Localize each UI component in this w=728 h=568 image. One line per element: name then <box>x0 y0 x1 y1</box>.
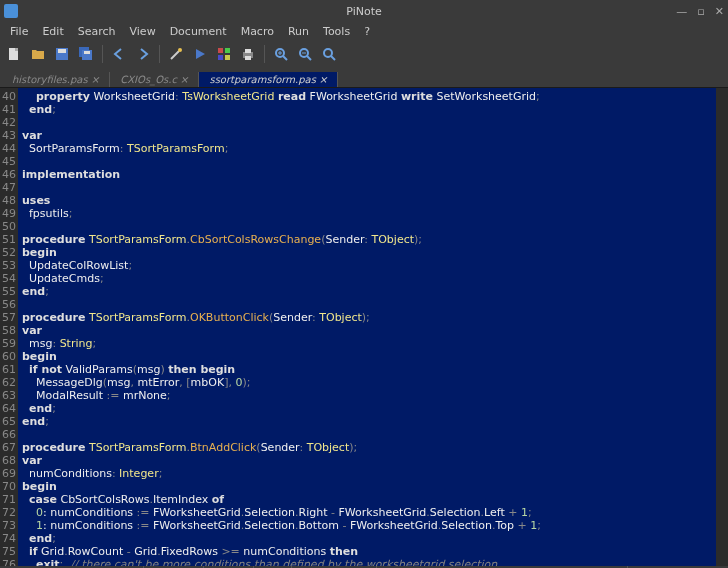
save-icon[interactable] <box>52 44 72 64</box>
tab-2[interactable]: ssortparamsform.pas × <box>199 72 338 87</box>
tab-0[interactable]: historyfiles.pas × <box>2 72 110 87</box>
menu-macro[interactable]: Macro <box>235 25 280 38</box>
run-icon[interactable] <box>190 44 210 64</box>
palette-icon[interactable] <box>214 44 234 64</box>
wand-icon[interactable] <box>166 44 186 64</box>
code-area[interactable]: property WorksheetGrid: TsWorksheetGrid … <box>18 88 716 566</box>
minimize-button[interactable]: — <box>676 5 687 18</box>
close-button[interactable]: ✕ <box>715 5 724 18</box>
tabbar: historyfiles.pas ×CXIOs_Os.c ×ssortparam… <box>0 68 728 88</box>
zoom-out-icon[interactable] <box>295 44 315 64</box>
svg-rect-6 <box>84 51 90 54</box>
svg-line-16 <box>283 56 287 60</box>
vertical-scrollbar[interactable] <box>716 88 728 566</box>
app-icon <box>4 4 18 18</box>
zoom-reset-icon[interactable] <box>319 44 339 64</box>
svg-rect-14 <box>245 56 251 60</box>
menubar: FileEditSearchViewDocumentMacroRunTools? <box>0 22 728 40</box>
line-gutter[interactable]: 4041424344454647484950515253545556575859… <box>0 88 18 566</box>
save-all-icon[interactable] <box>76 44 96 64</box>
svg-line-23 <box>331 56 335 60</box>
editor: 4041424344454647484950515253545556575859… <box>0 88 728 566</box>
svg-line-20 <box>307 56 311 60</box>
menu-search[interactable]: Search <box>72 25 122 38</box>
titlebar: PiNote — ▫ ✕ <box>0 0 728 22</box>
forward-icon[interactable] <box>133 44 153 64</box>
menu-tools[interactable]: Tools <box>317 25 356 38</box>
print-icon[interactable] <box>238 44 258 64</box>
toolbar <box>0 40 728 68</box>
tab-1[interactable]: CXIOs_Os.c × <box>110 72 199 87</box>
menu-edit[interactable]: Edit <box>36 25 69 38</box>
back-icon[interactable] <box>109 44 129 64</box>
svg-rect-11 <box>225 55 230 60</box>
svg-rect-3 <box>58 49 66 53</box>
menu-view[interactable]: View <box>124 25 162 38</box>
window-controls: — ▫ ✕ <box>676 5 724 18</box>
menu-document[interactable]: Document <box>164 25 233 38</box>
svg-point-7 <box>178 48 182 52</box>
new-file-icon[interactable] <box>4 44 24 64</box>
svg-rect-9 <box>225 48 230 53</box>
svg-point-22 <box>324 49 332 57</box>
menu-file[interactable]: File <box>4 25 34 38</box>
zoom-in-icon[interactable] <box>271 44 291 64</box>
svg-rect-10 <box>218 55 223 60</box>
maximize-button[interactable]: ▫ <box>697 5 704 18</box>
open-file-icon[interactable] <box>28 44 48 64</box>
menu-?[interactable]: ? <box>358 25 376 38</box>
svg-rect-13 <box>245 49 251 53</box>
window-title: PiNote <box>346 5 382 18</box>
svg-rect-1 <box>15 48 18 51</box>
svg-rect-8 <box>218 48 223 53</box>
menu-run[interactable]: Run <box>282 25 315 38</box>
